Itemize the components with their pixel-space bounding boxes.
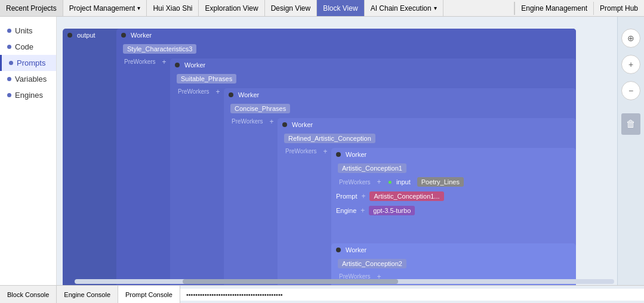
- preworkers2-label: PreWorkers: [175, 87, 212, 96]
- worker3-block: Worker Concise_Phrases PreWorkers +: [224, 88, 576, 285]
- refined-tag: Refined_Artistic_Conception: [284, 134, 375, 143]
- nav-hui-xiao-shi[interactable]: Hui Xiao Shi: [147, 0, 199, 16]
- console-tab-prompt[interactable]: Prompt Console: [118, 286, 180, 303]
- nav-engine-management[interactable]: Engine Management: [514, 2, 593, 15]
- nav-exploration-view[interactable]: Exploration View: [199, 0, 264, 16]
- console-output: ••••••••••••••••••••••••••••••••••••••••…: [180, 289, 644, 301]
- engine-label: Engine: [336, 207, 356, 214]
- worker2-block: Worker Suitable_Phrases PreWorkers +: [170, 58, 576, 285]
- worker6-dot: [336, 248, 341, 252]
- prompt-value-tag[interactable]: Artistic_Conception1...: [369, 191, 443, 201]
- nav-right: Engine Management Prompt Hub: [514, 2, 644, 15]
- input-dot: ●: [388, 178, 392, 186]
- preworkers2-plus[interactable]: +: [216, 88, 220, 96]
- prompt-plus[interactable]: +: [361, 192, 365, 200]
- concise-tag: Concise_Phrases: [230, 104, 290, 113]
- engine-plus[interactable]: +: [360, 206, 365, 215]
- worker4-label: Worker: [292, 121, 313, 128]
- worker2-dot: [175, 63, 180, 67]
- worker6-label: Worker: [346, 246, 366, 253]
- dropdown-arrow-ai: ▾: [434, 5, 437, 11]
- scrollbar-thumb[interactable]: [183, 279, 399, 284]
- preworkers1-label: PreWorkers: [121, 57, 159, 66]
- prompt-label: Prompt: [336, 193, 357, 200]
- worker4-dot: [282, 122, 287, 127]
- poetry-tag: Poetry_Lines: [417, 177, 464, 187]
- worker5-label: Worker: [346, 151, 366, 158]
- style-tag: Style_Characteristics3: [123, 44, 196, 54]
- sidebar-dot-code: [7, 45, 11, 49]
- preworkers5-plus[interactable]: +: [377, 178, 381, 186]
- horizontal-scrollbar[interactable]: [75, 279, 614, 284]
- worker2-label: Worker: [184, 61, 205, 69]
- preworkers1-plus[interactable]: +: [162, 58, 167, 66]
- output-block: output Worker Style_Characteristics3 Pre…: [63, 29, 576, 285]
- artistic2-tag: Artistic_Conception2: [338, 259, 406, 268]
- preworkers3-plus[interactable]: +: [270, 118, 274, 126]
- preworkers5-label: PreWorkers: [336, 178, 374, 187]
- top-nav: Recent Projects Project Management ▾ Hui…: [0, 0, 644, 17]
- preworkers3-label: PreWorkers: [229, 117, 266, 126]
- trash-button[interactable]: 🗑: [621, 113, 640, 135]
- sidebar: Units Code Prompts Variables Engines: [0, 17, 57, 285]
- output-label: output: [77, 32, 95, 39]
- engine-value-tag[interactable]: gpt-3.5-turbo: [369, 206, 415, 215]
- artistic1-tag: Artistic_Conception1: [338, 163, 406, 173]
- preworkers4-label: PreWorkers: [282, 147, 320, 156]
- worker5-block: Worker Artistic_Conception1 PreWorkers +: [331, 148, 576, 285]
- worker1-block: Worker Style_Characteristics3 PreWorkers…: [116, 29, 576, 285]
- worker4-block: Worker Refined_Artistic_Conception PreWo…: [278, 118, 576, 285]
- dropdown-arrow-project: ▾: [137, 5, 140, 11]
- nav-ai-chain[interactable]: AI Chain Execution ▾: [365, 0, 443, 16]
- console-tab-engine[interactable]: Engine Console: [57, 286, 118, 303]
- console-tab-block[interactable]: Block Console: [0, 286, 57, 303]
- nav-block-view[interactable]: Block View: [317, 0, 364, 16]
- preworkers4-plus[interactable]: +: [323, 147, 328, 156]
- worker1-label: Worker: [131, 32, 152, 39]
- worker1-dot: [121, 33, 126, 38]
- sidebar-item-prompts[interactable]: Prompts: [0, 55, 56, 71]
- nav-project-management[interactable]: Project Management ▾: [63, 0, 147, 16]
- right-panel: ⊕ + − 🗑: [617, 17, 644, 285]
- worker3-label: Worker: [238, 91, 259, 98]
- sidebar-dot-units: [7, 29, 11, 33]
- sidebar-item-code[interactable]: Code: [0, 39, 56, 55]
- crosshair-button[interactable]: ⊕: [621, 29, 640, 48]
- canvas-area[interactable]: output Worker Style_Characteristics3 Pre…: [57, 17, 644, 285]
- sidebar-dot-variables: [7, 77, 11, 81]
- input-label: input: [396, 178, 411, 185]
- nav-design-view[interactable]: Design View: [265, 0, 317, 16]
- sidebar-dot-prompts: [9, 61, 13, 65]
- zoom-in-button[interactable]: +: [621, 55, 640, 74]
- nav-prompt-hub[interactable]: Prompt Hub: [593, 2, 644, 15]
- sidebar-item-engines[interactable]: Engines: [0, 87, 56, 103]
- main-layout: Units Code Prompts Variables Engines o: [0, 17, 644, 285]
- sidebar-item-units[interactable]: Units: [0, 23, 56, 39]
- worker3-dot: [229, 92, 233, 97]
- suitable-tag: Suitable_Phrases: [177, 74, 236, 84]
- output-dot: [67, 33, 72, 38]
- sidebar-dot-engines: [7, 93, 11, 97]
- sidebar-item-variables[interactable]: Variables: [0, 71, 56, 87]
- bottom-console: Block Console Engine Console Prompt Cons…: [0, 285, 644, 303]
- worker5-dot: [336, 152, 341, 157]
- nav-recent-projects[interactable]: Recent Projects: [0, 0, 63, 16]
- zoom-out-button[interactable]: −: [621, 81, 640, 100]
